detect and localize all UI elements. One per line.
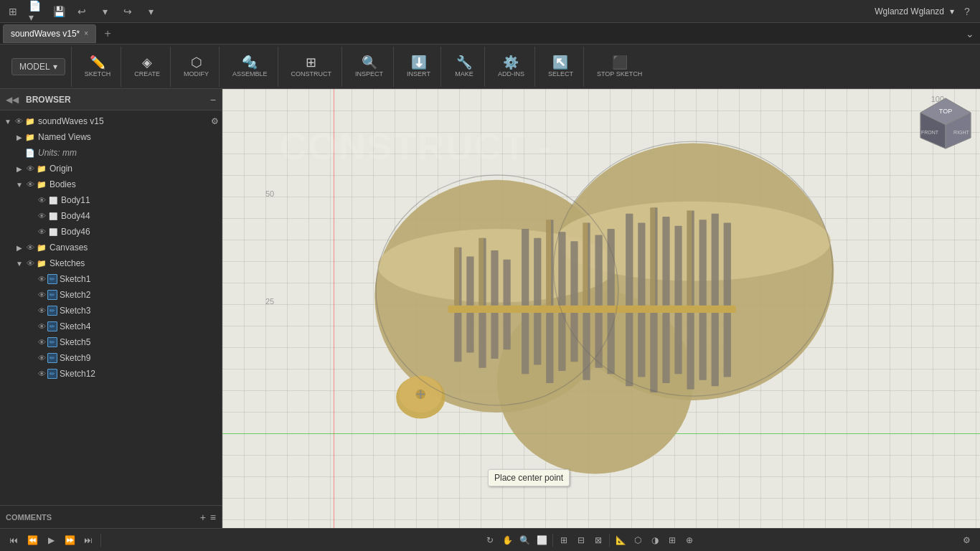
tooltip-text: Place center point xyxy=(494,473,563,483)
sketch12-icon: ✏ xyxy=(47,369,57,379)
tree-root[interactable]: ▼ 👁 📁 soundWaves v15 ⚙ xyxy=(0,113,222,129)
undo-dropdown[interactable]: ▾ xyxy=(98,4,112,19)
root-visibility-icon[interactable]: 👁 xyxy=(13,116,24,127)
sketch4-item[interactable]: ▶ 👁 ✏ Sketch4 xyxy=(0,319,222,334)
sketch5-item[interactable]: ▶ 👁 ✏ Sketch5 xyxy=(0,334,222,350)
origin-item[interactable]: ▶ 👁 📁 Origin xyxy=(0,161,222,176)
browser-collapse-button[interactable]: − xyxy=(210,94,216,105)
sketch12-item[interactable]: ▶ 👁 ✏ Sketch12 xyxy=(0,366,222,382)
bodies-visibility-icon[interactable]: 👁 xyxy=(24,179,36,190)
svg-rect-22 xyxy=(595,235,602,306)
create-button[interactable]: ◈ CREATE xyxy=(130,54,164,80)
body46-item[interactable]: ▶ 👁 ⬜ Body46 xyxy=(0,224,222,240)
3d-model xyxy=(258,125,944,492)
view-options-button[interactable]: ⊠ xyxy=(590,532,606,548)
svg-text:RIGHT: RIGHT xyxy=(953,130,970,135)
svg-rect-20 xyxy=(570,241,578,306)
model-dropdown[interactable]: MODEL ▾ xyxy=(11,58,65,75)
view-cube[interactable]: TOP FRONT RIGHT xyxy=(917,95,974,152)
sketches-expand[interactable]: ▼ xyxy=(14,260,24,268)
viewport[interactable]: 50 25 100 CONSTRUCT - xyxy=(222,89,980,528)
help-button[interactable]: ? xyxy=(960,4,974,19)
make-button[interactable]: 🔧 MAKE xyxy=(450,54,479,80)
sketch-button[interactable]: ✏️ SKETCH xyxy=(80,54,116,80)
tab-more-button[interactable]: ⌄ xyxy=(963,27,977,41)
redo-button[interactable]: ↪ xyxy=(121,4,135,19)
body46-vis-icon[interactable]: 👁 xyxy=(36,226,47,237)
sketches-label: Sketches xyxy=(50,258,85,268)
root-label: soundWaves v15 xyxy=(38,116,104,126)
body11-item[interactable]: ▶ 👁 ⬜ Body11 xyxy=(0,192,222,208)
stop-sketch-button[interactable]: ⬛ STOP SKETCH xyxy=(593,54,646,80)
origin-folder-icon: 📁 xyxy=(36,163,47,174)
sketches-item[interactable]: ▼ 👁 📁 Sketches xyxy=(0,255,222,271)
zoom-window-button[interactable]: ⬜ xyxy=(534,532,550,548)
select-button[interactable]: ↖️ SELECT xyxy=(544,54,578,80)
shadow-button[interactable]: ◑ xyxy=(647,532,663,548)
new-tab-button[interactable]: + xyxy=(100,27,115,41)
snap-button[interactable]: ⊕ xyxy=(682,532,697,548)
browser-collapse-icon[interactable]: ◀◀ xyxy=(6,95,19,105)
nav-last-button[interactable]: ⏭ xyxy=(80,532,96,548)
root-settings-icon[interactable]: ⚙ xyxy=(211,116,219,126)
sketch2-vis-icon[interactable]: 👁 xyxy=(36,289,47,301)
origin-visibility-icon[interactable]: 👁 xyxy=(24,163,36,174)
sketch4-vis-icon[interactable]: 👁 xyxy=(36,321,47,332)
nav-play-button[interactable]: ▶ xyxy=(43,532,59,548)
add-ins-button[interactable]: ⚙️ ADD-INS xyxy=(494,54,529,80)
settings-button[interactable]: ⚙ xyxy=(958,532,974,548)
undo-button[interactable]: ↩ xyxy=(75,4,89,19)
comments-add-button[interactable]: + xyxy=(200,512,206,523)
user-dropdown-icon[interactable]: ▾ xyxy=(950,6,954,17)
body44-vis-icon[interactable]: 👁 xyxy=(36,210,47,222)
file-menu[interactable]: 📄▾ xyxy=(29,4,43,19)
sketch12-vis-icon[interactable]: 👁 xyxy=(36,368,47,380)
zoom-button[interactable]: 🔍 xyxy=(517,532,532,548)
canvases-item[interactable]: ▶ 👁 📁 Canvases xyxy=(0,240,222,255)
inspect-button[interactable]: 🔍 INSPECT xyxy=(351,54,387,80)
canvases-vis-icon[interactable]: 👁 xyxy=(24,242,36,253)
pan-button[interactable]: ✋ xyxy=(499,532,515,548)
body44-item[interactable]: ▶ 👁 ⬜ Body44 xyxy=(0,208,222,224)
comments-more-button[interactable]: ≡ xyxy=(210,512,216,523)
nav-next-button[interactable]: ⏩ xyxy=(62,532,77,548)
body11-vis-icon[interactable]: 👁 xyxy=(36,194,47,206)
sketch9-vis-icon[interactable]: 👁 xyxy=(36,352,47,364)
sketches-vis-icon[interactable]: 👁 xyxy=(24,258,36,269)
origin-expand[interactable]: ▶ xyxy=(14,165,24,173)
orbit-button[interactable]: ↻ xyxy=(482,532,498,548)
modify-button[interactable]: ⬡ MODIFY xyxy=(179,54,213,80)
nav-prev-button[interactable]: ⏪ xyxy=(24,532,40,548)
bodies-item[interactable]: ▼ 👁 📁 Bodies xyxy=(0,176,222,192)
sketch-grid-button[interactable]: ⊞ xyxy=(664,532,680,548)
sketch9-item[interactable]: ▶ 👁 ✏ Sketch9 xyxy=(0,350,222,366)
root-expand-icon[interactable]: ▼ xyxy=(3,118,13,126)
sketch2-item[interactable]: ▶ 👁 ✏ Sketch2 xyxy=(0,287,222,303)
sketch1-vis-icon[interactable]: 👁 xyxy=(36,273,47,285)
sketch5-vis-icon[interactable]: 👁 xyxy=(36,336,47,348)
named-views-item[interactable]: ▶ 📁 Named Views xyxy=(0,129,222,145)
document-tab[interactable]: soundWaves v15* × xyxy=(3,24,96,43)
grid-button[interactable]: ⊟ xyxy=(573,532,589,548)
redo-dropdown[interactable]: ▾ xyxy=(143,4,158,19)
measure-button[interactable]: 📐 xyxy=(613,532,628,548)
sketch1-item[interactable]: ▶ 👁 ✏ Sketch1 xyxy=(0,271,222,287)
nav-first-button[interactable]: ⏮ xyxy=(6,532,22,548)
canvases-expand[interactable]: ▶ xyxy=(14,244,24,252)
user-name[interactable]: Wglanzd Wglanzd xyxy=(875,6,944,17)
save-button[interactable]: 💾 xyxy=(52,4,66,19)
construct-button[interactable]: ⊞ CONSTRUCT xyxy=(287,54,336,80)
sketch5-label: Sketch5 xyxy=(60,337,90,347)
display-button[interactable]: ⊞ xyxy=(556,532,572,548)
sketch3-item[interactable]: ▶ 👁 ✏ Sketch3 xyxy=(0,303,222,319)
sketch3-vis-icon[interactable]: 👁 xyxy=(36,305,47,316)
app-menu-icon[interactable]: ⊞ xyxy=(6,4,20,19)
assemble-button[interactable]: 🔩 ASSEMBLE xyxy=(228,54,272,80)
named-views-expand[interactable]: ▶ xyxy=(14,133,24,141)
svg-rect-17 xyxy=(534,238,541,306)
bodies-expand[interactable]: ▼ xyxy=(14,181,24,189)
stop-sketch-group: ⬛ STOP SKETCH xyxy=(587,47,652,87)
section-button[interactable]: ⬡ xyxy=(630,532,646,548)
insert-button[interactable]: ⬇️ INSERT xyxy=(402,54,435,80)
tab-close-button[interactable]: × xyxy=(84,29,88,37)
